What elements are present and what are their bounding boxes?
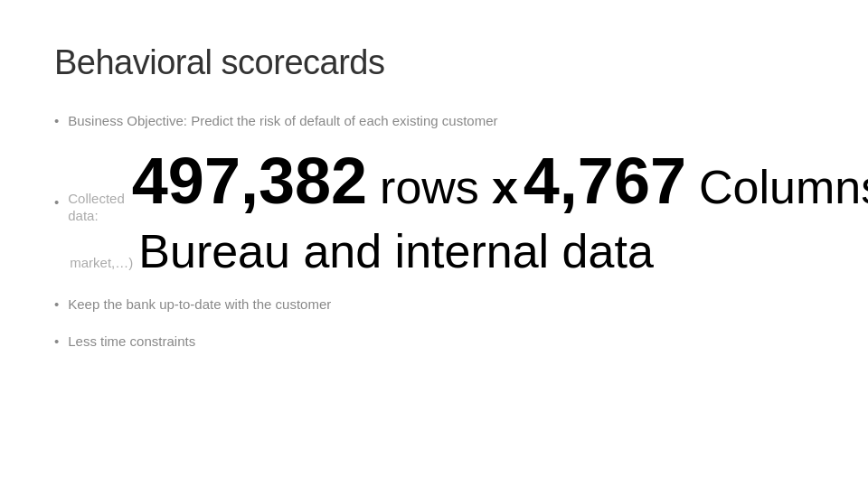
bullet-item-3: Keep the bank up-to-date with the custom…: [54, 295, 814, 315]
highlight-row2: market,…) Bureau and internal data: [68, 225, 868, 279]
x-label: x: [492, 164, 518, 211]
bullet-item-2: Collected data: 497,382 rows x 4,767 Col…: [54, 148, 814, 279]
rows-label: rows: [380, 164, 479, 211]
highlight-content: Collected data: 497,382 rows x 4,767 Col…: [68, 148, 868, 279]
big-number-columns: 4,767: [524, 148, 686, 213]
highlight-row1: Collected data: 497,382 rows x 4,767 Col…: [68, 148, 868, 225]
slide-container: Behavioral scorecards Business Objective…: [0, 0, 868, 488]
big-number-rows: 497,382: [132, 148, 367, 213]
bullet-4-text: Less time constraints: [68, 332, 814, 352]
bureau-label: Bureau and internal data: [138, 225, 654, 279]
bullet-3-text: Keep the bank up-to-date with the custom…: [68, 295, 814, 315]
page-title: Behavioral scorecards: [54, 43, 814, 82]
market-label: market,…): [70, 254, 133, 272]
bullet-item-4: Less time constraints: [54, 332, 814, 352]
bullet-item-1: Business Objective: Predict the risk of …: [54, 111, 814, 132]
bullet-1-text: Business Objective: Predict the risk of …: [68, 111, 814, 132]
collected-label: Collected data:: [68, 190, 125, 225]
columns-label: Columns: [699, 164, 868, 211]
bullet-list: Business Objective: Predict the risk of …: [54, 111, 814, 352]
